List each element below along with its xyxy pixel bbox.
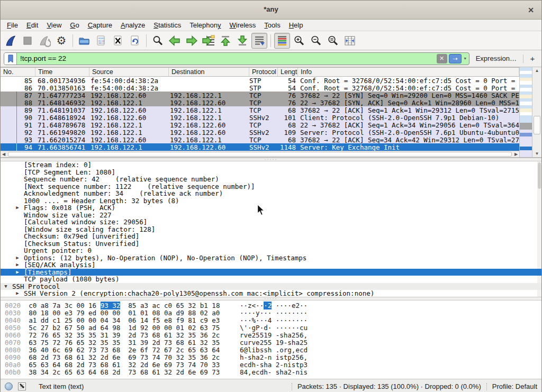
filter-dropdown-caret-icon[interactable]: ▼ [462,57,469,60]
hex-row-0050[interactable]: 0050 5c 27 b2 67 50 ad 64 98 1d 92 00 00… [1,324,541,332]
capture-comment-icon[interactable] [18,382,26,390]
detail-line[interactable]: ▶[SEQ/ACK analysis] [1,261,541,269]
packet-list-hscrollbar[interactable]: ◀ ▶ [1,151,519,157]
hex-row-00b0[interactable]: 00b0 38 34 2c 65 63 64 68 2d 73 68 61 32… [1,369,541,376]
hex-row-0020[interactable]: 0020 c0 a8 7a 3c 00 16 93 32 85 a3 ac c0… [1,302,541,309]
hex-row-0080[interactable]: 0080 36 40 6c 69 62 73 73 68 2e 6f 72 67… [1,347,541,354]
column-header-protocol[interactable]: Protocol [249,68,278,76]
detail-line[interactable]: ▼SSH Protocol [1,283,541,290]
detail-line[interactable]: Urgent pointer: 0 [1,247,541,254]
close-icon[interactable]: ✕ [526,5,536,15]
hex-row-0060[interactable]: 0060 72 76 65 32 35 35 31 39 2d 73 68 61… [1,332,541,339]
scroll-up-icon[interactable]: ▲ [532,67,541,74]
go-forward-button[interactable] [184,33,200,49]
display-filter-input[interactable] [17,54,437,62]
hex-highlighted-bytes[interactable]: 93 32 [101,302,121,309]
column-header-time[interactable]: Time [35,68,89,76]
column-header-length[interactable]: Length [278,68,298,76]
capture-options-button[interactable]: ⚙ [53,33,69,49]
ascii-highlighted-chars[interactable]: ·2 [264,302,272,309]
close-file-button[interactable] [110,33,126,49]
splitter-list-details[interactable]: ····· [1,158,541,161]
detail-line[interactable]: TCP payload (1080 bytes) [1,276,541,283]
status-profile[interactable]: Profile: Default [492,382,537,390]
menu-go[interactable]: Go [66,20,83,30]
column-header-info[interactable]: Info [298,68,519,76]
packet-row-86[interactable]: 8670.013850163fe:54:00:d4:38:2aSTP54Conf… [1,84,519,92]
detail-line[interactable]: [TCP Segment Len: 1080] [1,169,541,176]
zoom-in-button[interactable] [291,33,307,49]
go-first-packet-button[interactable] [218,33,233,49]
restart-capture-button[interactable] [37,33,52,49]
title-bar[interactable]: *any ✕ [1,1,541,20]
detail-line[interactable]: 1000 .... = Header Length: 32 bytes (8) [1,197,541,205]
filter-clear-icon[interactable]: ✕ [437,54,447,63]
packet-row-94[interactable]: 9471.663856741192.168.122.1192.168.122.6… [1,143,519,151]
menu-capture[interactable]: Capture [84,20,116,30]
menu-edit[interactable]: Edit [22,20,42,30]
go-to-packet-button[interactable] [201,33,216,49]
menu-help[interactable]: Help [285,20,308,30]
vscroll-thumb[interactable] [534,116,540,134]
hscroll-track[interactable] [7,151,513,157]
detail-line[interactable]: Checksum: 0x79ed [unverified] [1,233,541,240]
expand-open-icon[interactable]: ▼ [3,283,9,290]
column-header-no[interactable]: No. [1,68,35,76]
scroll-down-icon[interactable]: ▼ [532,150,541,157]
menu-telephony[interactable]: Telephony [185,20,225,30]
detail-line[interactable]: ▶[Timestamps] [1,269,541,276]
detail-line[interactable]: [Next sequence number: 1122 (relative se… [1,183,541,190]
expand-closed-icon[interactable]: ▶ [14,204,21,212]
open-file-button[interactable] [76,33,92,49]
scroll-right-icon[interactable]: ▶ [513,152,519,157]
go-last-packet-button[interactable] [234,33,250,49]
packet-row-87[interactable]: 8771.647777234192.168.122.60192.168.122.… [1,92,519,99]
menu-analyze[interactable]: Analyze [116,20,149,30]
column-header-source[interactable]: Source [89,68,169,76]
detail-line[interactable]: Window size value: 227 [1,212,541,219]
expand-closed-icon[interactable]: ▶ [14,261,21,269]
expression-button[interactable]: Expression… [473,54,520,62]
detail-line[interactable]: [Window size scaling factor: 128] [1,226,541,233]
stop-capture-button[interactable] [20,33,35,49]
auto-scroll-button[interactable] [251,33,267,49]
hscroll-thumb[interactable] [8,152,512,157]
detail-line[interactable]: Acknowledgment number: 34 (relative ack … [1,190,541,197]
packet-row-90[interactable]: 9071.648618924192.168.122.60192.168.122.… [1,114,519,121]
packet-minimap[interactable] [519,67,532,157]
menu-wireless[interactable]: Wireless [225,20,260,30]
detail-line[interactable]: Sequence number: 42 (relative sequence n… [1,176,541,183]
colorize-button[interactable] [274,33,290,49]
packet-row-88[interactable]: 8871.648146932192.168.122.1192.168.122.6… [1,99,519,106]
packet-row-93[interactable]: 9371.662015274192.168.122.60192.168.122.… [1,136,519,143]
filter-apply-icon[interactable]: ➝ [449,54,462,63]
hex-row-0030[interactable]: 0030 80 18 00 e3 79 ed 00 00 01 01 08 0a… [1,309,541,317]
detail-line[interactable]: ▶Options: (12 bytes), No-Operation (NOP)… [1,254,541,262]
menu-file[interactable]: File [3,20,22,30]
hex-row-0070[interactable]: 0070 63 75 72 76 65 32 35 35 31 39 2d 73… [1,339,541,347]
detail-line[interactable]: ▶SSH Version 2 (encryption:chacha20-poly… [1,290,541,297]
start-capture-button[interactable] [3,33,19,49]
hex-row-0040[interactable]: 0040 a1 dd c1 25 00 00 04 34 06 14 f5 e8… [1,317,541,324]
scroll-left-icon[interactable]: ◀ [1,152,7,157]
expand-closed-icon[interactable]: ▶ [14,269,21,276]
expert-info-icon[interactable] [5,382,13,390]
find-packet-button[interactable] [150,33,166,49]
save-file-button[interactable]: 010101100011 [93,33,109,49]
expand-closed-icon[interactable]: ▶ [14,290,21,297]
column-header-destination[interactable]: Destination [169,68,249,76]
add-filter-button[interactable]: + [527,54,538,63]
packet-row-92[interactable]: 9271.661949820192.168.122.1192.168.122.6… [1,129,519,136]
zoom-reset-button[interactable] [325,33,341,49]
detail-line[interactable]: [Checksum Status: Unverified] [1,240,541,248]
menu-statistics[interactable]: Statistics [149,20,185,30]
hex-row-00a0[interactable]: 00a0 65 63 64 68 2d 73 68 61 32 2d 6e 69… [1,361,541,369]
menu-view[interactable]: View [42,20,66,30]
splitter-details-hex[interactable]: ····· [1,297,541,300]
detail-line[interactable]: ▶Flags: 0x018 (PSH, ACK) [1,204,541,212]
detail-line[interactable]: [Calculated window size: 29056] [1,218,541,226]
detail-line[interactable]: [Stream index: 0] [1,161,541,169]
packet-row-91[interactable]: 9171.648789678192.168.122.1192.168.122.6… [1,121,519,129]
packet-list-vscrollbar[interactable]: ▲ ▼ [532,67,541,157]
zoom-out-button[interactable] [308,33,324,49]
